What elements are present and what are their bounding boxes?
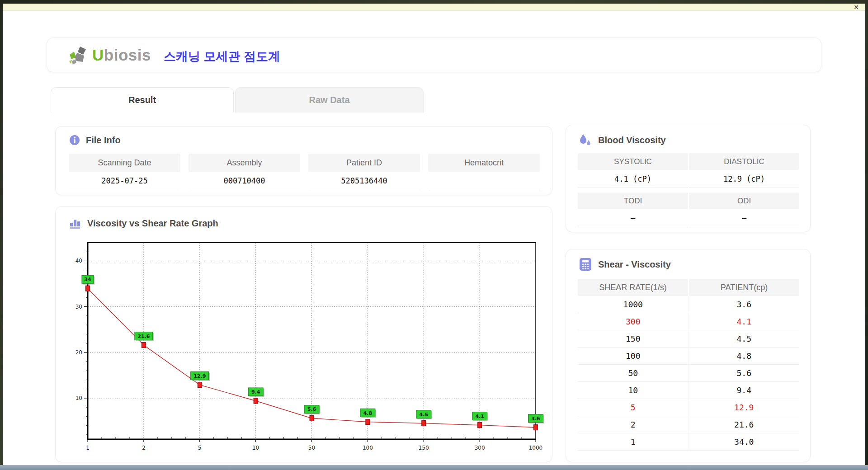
patient-cp-cell: 34.0 — [689, 433, 800, 451]
bv-value-row: –– — [578, 209, 799, 227]
table-row: 221.6 — [578, 416, 799, 433]
field-label: Hematocrit — [428, 154, 540, 172]
bv-value: 4.1 (cP) — [578, 170, 688, 188]
shear-rate-cell: 1000 — [578, 296, 689, 313]
app-window: ✕ Ubiosis 스캐닝 모세관 점도계 Result Raw Data Fi… — [3, 4, 865, 465]
table-row: 3004.1 — [578, 313, 799, 330]
bv-value: – — [578, 209, 688, 227]
shear-table-body: 10003.63004.11504.51004.8505.6109.4512.9… — [578, 296, 799, 451]
close-icon[interactable]: ✕ — [847, 4, 865, 11]
file-info-title: File Info — [86, 135, 121, 146]
graph-card: Viscosity vs Shear Rate Graph 1020304012… — [55, 206, 552, 462]
field-label: Scanning Date — [69, 154, 180, 172]
viscosity-chart: 10203040125105010015030010003421.612.99.… — [56, 234, 553, 455]
tab-raw-data[interactable]: Raw Data — [235, 87, 424, 113]
shear-rate-cell: 300 — [578, 313, 689, 330]
svg-text:12.9: 12.9 — [193, 373, 206, 379]
patient-cp-cell: 12.9 — [689, 399, 800, 416]
table-row: 109.4 — [578, 382, 799, 399]
bv-value: – — [689, 209, 799, 227]
patient-cp-cell: 3.6 — [689, 296, 800, 313]
graph-title: Viscosity vs Shear Rate Graph — [87, 218, 218, 229]
svg-text:1000: 1000 — [529, 445, 543, 451]
patient-cp-cell: 21.6 — [689, 416, 800, 433]
table-row: 505.6 — [578, 365, 799, 382]
svg-text:150: 150 — [419, 445, 429, 451]
table-row: 1004.8 — [578, 348, 799, 365]
shear-rate-cell: 1 — [578, 433, 689, 451]
shear-rate-cell: 5 — [578, 399, 689, 416]
file-info-field: Patient ID5205136440 — [308, 154, 420, 190]
svg-text:20: 20 — [75, 349, 82, 356]
svg-text:4.5: 4.5 — [420, 412, 429, 418]
svg-text:4.8: 4.8 — [363, 410, 373, 416]
svg-text:40: 40 — [75, 258, 82, 264]
app-title-korean: 스캐닝 모세관 점도계 — [164, 48, 280, 65]
field-value: 5205136440 — [308, 172, 420, 190]
shear-rate-cell: 100 — [578, 348, 689, 365]
table-row: 1504.5 — [578, 330, 799, 348]
shear-rate-cell: 2 — [578, 416, 689, 433]
patient-cp-cell: 5.6 — [689, 365, 800, 382]
bv-label: ODI — [689, 193, 799, 209]
patient-cp-cell: 9.4 — [689, 382, 800, 399]
svg-text:10: 10 — [75, 395, 82, 401]
svg-text:300: 300 — [475, 445, 485, 451]
table-row: 134.0 — [578, 433, 799, 451]
svg-text:50: 50 — [308, 445, 315, 451]
bar-chart-icon — [69, 217, 81, 230]
shear-viscosity-card: Shear - Viscosity SHEAR RATE(1/s) PATIEN… — [566, 249, 811, 462]
field-value: 2025-07-25 — [69, 172, 180, 190]
svg-text:30: 30 — [75, 304, 82, 310]
blood-viscosity-title: Blood Viscosity — [598, 135, 666, 146]
header-card: Ubiosis 스캐닝 모세관 점도계 — [47, 38, 821, 72]
svg-text:21.6: 21.6 — [137, 334, 150, 339]
patient-col-header: PATIENT(cp) — [689, 279, 799, 296]
calculator-icon — [579, 258, 592, 271]
blood-viscosity-card: Blood Viscosity SYSTOLICDIASTOLIC4.1 (cP… — [566, 125, 811, 232]
bv-label: SYSTOLIC — [578, 153, 688, 170]
bv-group: TODIODI–– — [578, 193, 799, 227]
shear-col-header: SHEAR RATE(1/s) — [578, 279, 688, 296]
shear-rate-cell: 150 — [578, 330, 689, 348]
patient-cp-cell: 4.8 — [689, 348, 800, 365]
shear-table-header: SHEAR RATE(1/s) PATIENT(cp) — [578, 279, 799, 296]
svg-text:2: 2 — [142, 445, 146, 451]
shear-viscosity-table: SHEAR RATE(1/s) PATIENT(cp) 10003.63004.… — [578, 279, 799, 451]
table-row: 512.9 — [578, 399, 799, 416]
svg-text:3.6: 3.6 — [531, 416, 540, 422]
file-info-field: Assembly000710400 — [189, 154, 300, 190]
bv-value-row: 4.1 (cP)12.9 (cP) — [578, 170, 799, 188]
logo-rest: biosis — [104, 46, 151, 64]
shear-rate-cell: 10 — [578, 382, 689, 399]
patient-cp-cell: 4.1 — [689, 313, 800, 330]
svg-text:4.1: 4.1 — [475, 414, 484, 419]
patient-cp-cell: 4.5 — [689, 330, 800, 348]
field-value: 000710400 — [189, 172, 300, 190]
file-info-field: Hematocrit — [428, 154, 540, 190]
bv-group: SYSTOLICDIASTOLIC4.1 (cP)12.9 (cP) — [578, 153, 799, 188]
droplets-icon — [579, 133, 592, 147]
file-info-card: File Info Scanning Date2025-07-25Assembl… — [55, 126, 552, 195]
file-info-field: Scanning Date2025-07-25 — [69, 154, 180, 190]
svg-text:1: 1 — [86, 445, 90, 451]
bv-header-row: SYSTOLICDIASTOLIC — [578, 153, 799, 170]
bv-label: DIASTOLIC — [689, 153, 799, 170]
tab-result[interactable]: Result — [51, 87, 234, 113]
svg-text:9.4: 9.4 — [251, 389, 260, 395]
window-titlebar: ✕ — [3, 4, 865, 11]
shear-viscosity-title: Shear - Viscosity — [598, 259, 671, 270]
field-label: Patient ID — [308, 154, 420, 172]
shear-rate-cell: 50 — [578, 365, 689, 382]
taskbar-strip — [0, 465, 868, 470]
svg-text:5.6: 5.6 — [307, 406, 316, 412]
svg-text:100: 100 — [363, 445, 373, 451]
field-value — [428, 172, 540, 190]
svg-text:5: 5 — [198, 445, 202, 451]
bv-header-row: TODIODI — [578, 193, 799, 209]
svg-text:10: 10 — [252, 445, 259, 451]
field-label: Assembly — [189, 154, 300, 172]
bv-label: TODI — [578, 193, 688, 209]
file-info-fields: Scanning Date2025-07-25Assembly000710400… — [69, 154, 540, 190]
app-logo: Ubiosis — [69, 45, 151, 65]
